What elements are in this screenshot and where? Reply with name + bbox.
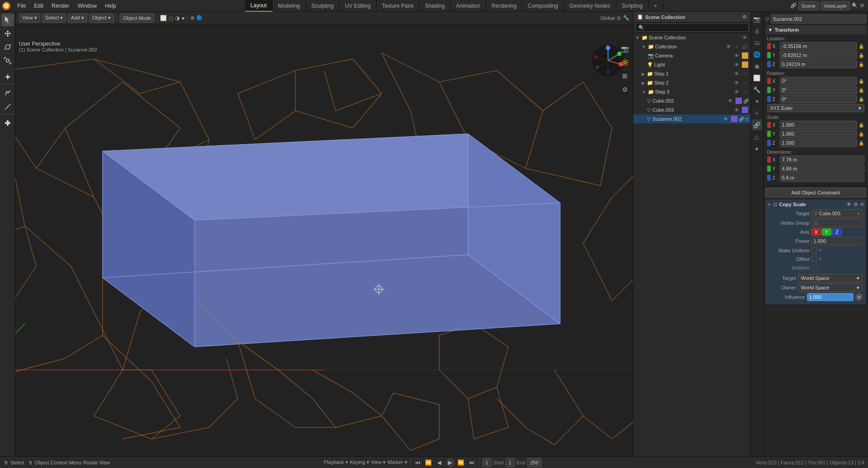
outliner-item-cube002[interactable]: ▽ Cube.002 👁 🔗	[633, 96, 750, 105]
z-rot-input[interactable]	[780, 95, 858, 103]
owner-space-dropdown[interactable]: World Space ▾	[798, 284, 863, 292]
lock-icon-sz[interactable]: 🔒	[858, 140, 864, 146]
view-layer-props-icon[interactable]: 🗂	[751, 37, 762, 48]
scene-props-icon[interactable]: 🌐	[751, 49, 762, 60]
tool-add[interactable]	[1, 117, 14, 129]
view-layer-selector[interactable]: ViewLayer	[821, 1, 850, 10]
visibility-icon[interactable]: 👁	[733, 106, 741, 113]
render-icon[interactable]: ○	[733, 43, 741, 50]
y-scale-input[interactable]	[780, 130, 858, 138]
start-frame[interactable]: 1	[505, 458, 514, 467]
menu-window[interactable]: Window	[74, 2, 100, 10]
settings-icon[interactable]: ⚙	[618, 83, 631, 96]
visibility-icon[interactable]: 👁	[727, 97, 734, 104]
x-dim-input[interactable]	[780, 156, 865, 164]
z-loc-input[interactable]	[780, 60, 858, 68]
visibility-icon[interactable]: 👁	[733, 61, 741, 68]
y-loc-input[interactable]	[780, 51, 858, 59]
material-props-icon[interactable]: ●	[751, 143, 762, 154]
object-props-icon[interactable]: ⬜	[751, 72, 762, 83]
lock-icon-rx[interactable]: 🔒	[858, 78, 864, 84]
object-menu[interactable]: Object ▾	[89, 14, 114, 23]
next-frame-btn[interactable]: ⏩	[457, 458, 466, 467]
add-constraint-button[interactable]: Add Object Constraint	[765, 188, 867, 198]
target-clear-icon[interactable]: ✕	[857, 211, 860, 216]
tab-modeling[interactable]: Modeling	[273, 0, 306, 12]
proportional-edit[interactable]: ◎	[617, 15, 621, 21]
viewport-shading-wire[interactable]: ◻	[169, 15, 173, 21]
y-dim-input[interactable]	[780, 165, 865, 173]
outliner-item-cube003[interactable]: ▽ Cube.003 👁	[633, 105, 750, 114]
tool-move[interactable]	[1, 27, 14, 40]
tab-rendering[interactable]: Rendering	[486, 0, 522, 12]
target-space-dropdown[interactable]: World Space ▾	[798, 274, 863, 282]
view-menu[interactable]: View ▾	[19, 14, 40, 23]
axis-y-button[interactable]: Y	[822, 228, 831, 236]
render-icon[interactable]: 🔆	[618, 56, 631, 69]
physics-props-icon[interactable]: ⚛	[751, 108, 762, 118]
constraint-visible-icon[interactable]: 👁	[846, 201, 852, 208]
snap-toggle[interactable]: 🔧	[623, 15, 629, 21]
constraint-delete-icon[interactable]: ✕	[860, 201, 864, 208]
render-props-icon[interactable]: 📷	[751, 14, 762, 24]
visibility-icon[interactable]: 👁	[741, 34, 749, 41]
influence-reset-btn[interactable]: ✕	[855, 293, 863, 301]
power-value[interactable]: 1.000	[811, 237, 863, 245]
axis-x-button[interactable]: X	[811, 228, 821, 236]
visibility-icon[interactable]: 👁	[722, 115, 730, 123]
object-name-input[interactable]	[771, 14, 867, 24]
lock-icon-y[interactable]: 🔒	[858, 52, 864, 58]
visibility-icon[interactable]: 👁	[733, 88, 741, 95]
modifier-props-icon[interactable]: 🔧	[751, 84, 762, 95]
lock-icon-sx[interactable]: 🔒	[858, 122, 864, 128]
tool-scale[interactable]	[1, 54, 14, 67]
search-icon[interactable]: 🔍	[852, 3, 858, 9]
menu-file[interactable]: File	[14, 2, 29, 10]
play-reverse-btn[interactable]: ◀	[435, 458, 444, 467]
mode-selector[interactable]: Object Mode	[120, 14, 154, 23]
lock-icon[interactable]: 🔒	[858, 43, 864, 49]
vertex-group-value[interactable]: ⊡	[811, 219, 863, 227]
viewport[interactable]: View ▾ Select ▾ Add ▾ Object ▾ Object Mo…	[15, 12, 633, 456]
lock-icon-sy[interactable]: 🔒	[858, 131, 864, 137]
output-props-icon[interactable]: 🖨	[751, 25, 762, 36]
visibility-icon[interactable]: 👁	[725, 43, 732, 50]
tool-annotate[interactable]	[1, 87, 14, 99]
outliner-item-step3[interactable]: ▼ 📁 Step 3 👁 ○	[633, 87, 750, 96]
tab-sculpting[interactable]: Sculpting	[306, 0, 340, 12]
outliner-item-collection[interactable]: ▼ 📁 Collection 👁 ○ ⊡	[633, 42, 750, 51]
tab-animation[interactable]: Animation	[451, 0, 486, 12]
axis-z-button[interactable]: Z	[832, 228, 842, 236]
outliner-item-scene-collection[interactable]: ▼ 📁 Scene Collection 👁	[633, 33, 750, 42]
z-dim-input[interactable]	[780, 174, 865, 182]
particles-props-icon[interactable]: ✦	[751, 96, 762, 107]
outliner-filter-icon[interactable]: ⚙	[742, 14, 747, 20]
end-frame[interactable]: 250	[527, 458, 542, 467]
menu-edit[interactable]: Edit	[30, 2, 47, 10]
constraint-settings-icon[interactable]: ⚙	[854, 202, 858, 208]
render-icon[interactable]: ○	[741, 70, 749, 77]
camera-icon[interactable]: 📷	[618, 43, 631, 55]
play-btn[interactable]: ▶	[446, 458, 455, 467]
outliner-item-suzanne002[interactable]: ▽ Suzanne.002 👁 🔗 ⊡	[633, 114, 750, 123]
tab-texture-paint[interactable]: Texture Paint	[377, 0, 420, 12]
jump-end-btn[interactable]: ⏭	[467, 458, 476, 467]
viewport-shading-render[interactable]: ●	[181, 15, 184, 21]
tool-transform[interactable]	[1, 71, 14, 83]
lock-icon-ry[interactable]: 🔒	[858, 87, 864, 93]
tab-geometry-nodes[interactable]: Geometry Nodes	[564, 0, 616, 12]
make-uniform-checkbox[interactable]	[811, 247, 817, 253]
tab-layout[interactable]: Layout	[245, 0, 273, 12]
viewport-shading-lookdev[interactable]: ◑	[175, 15, 179, 21]
outliner-item-step1[interactable]: ▶ 📁 Step 1 👁 ○	[633, 69, 750, 78]
tool-measure[interactable]	[1, 100, 14, 113]
select-menu[interactable]: Select ▾	[42, 14, 66, 23]
add-menu[interactable]: Add ▾	[68, 14, 87, 23]
outliner-search-input[interactable]	[635, 24, 749, 32]
z-scale-input[interactable]	[780, 139, 858, 147]
gizmo-toggle[interactable]: ⊕	[190, 15, 194, 21]
menu-help[interactable]: Help	[101, 2, 120, 10]
visibility-icon[interactable]: 👁	[733, 52, 741, 59]
menu-render[interactable]: Render	[48, 2, 73, 10]
constraint-expand-icon[interactable]: ▼	[767, 202, 772, 207]
